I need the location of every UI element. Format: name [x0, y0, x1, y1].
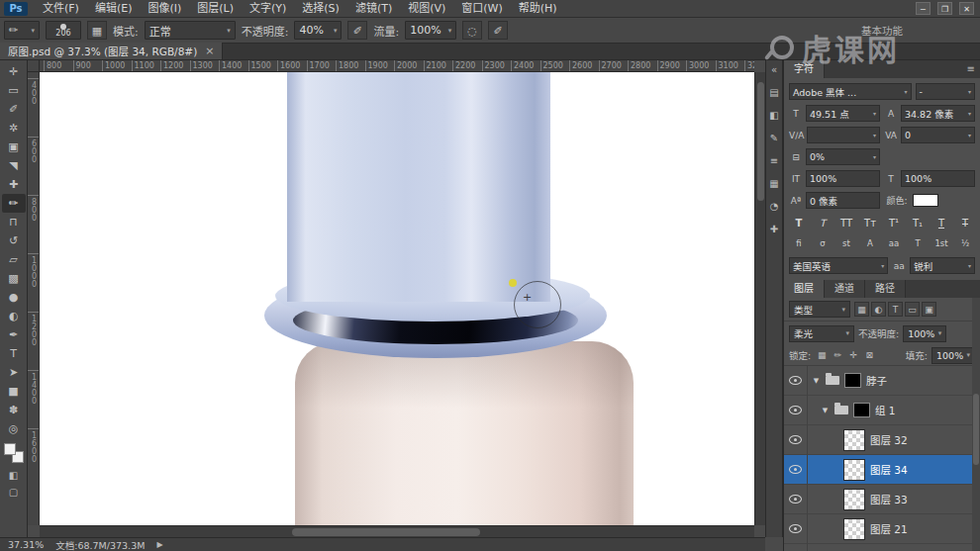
visibility-toggle[interactable] — [784, 485, 808, 514]
layer-name[interactable]: 脖子 — [866, 373, 887, 388]
layer-row[interactable]: ▼ 脖子 — [784, 366, 980, 396]
menu-item[interactable]: 帮助(H) — [511, 0, 565, 18]
expand-arrow-icon[interactable]: ▼ — [821, 407, 830, 414]
text-style-button[interactable]: T — [813, 214, 833, 230]
opentype-feature-button[interactable]: 1st — [931, 236, 951, 251]
tool-gradient[interactable]: ▩ — [2, 269, 26, 288]
antialias-select[interactable]: 锐利 ▾ — [910, 257, 975, 274]
scrollbar-thumb[interactable] — [292, 528, 480, 536]
pressure-opacity-button[interactable]: ✐ — [347, 21, 367, 40]
tool-zoom[interactable]: ◎ — [2, 419, 26, 438]
toggle-brush-panel-button[interactable]: ▦ — [87, 21, 107, 40]
maximize-icon[interactable]: ❐ — [937, 2, 952, 15]
quick-mask-button[interactable]: ◧ — [2, 467, 26, 484]
horizontal-scale-field[interactable]: 100% — [901, 170, 975, 187]
text-style-button[interactable]: T — [955, 214, 975, 230]
layer-fill-select[interactable]: 100% ▾ — [931, 347, 975, 364]
tool-quick-selection[interactable]: ✲ — [2, 119, 26, 138]
text-style-button[interactable]: TT — [836, 214, 856, 230]
color-swatches[interactable] — [4, 443, 24, 463]
lock-transparency-icon[interactable]: ▦ — [815, 348, 829, 362]
opentype-feature-button[interactable]: ½ — [955, 236, 975, 251]
panel-dock-icon-1[interactable]: ▤ — [766, 86, 782, 100]
filter-pixel-layers-icon[interactable]: ▦ — [854, 302, 869, 317]
menu-item[interactable]: 编辑(E) — [87, 0, 141, 18]
visibility-toggle[interactable] — [784, 425, 808, 455]
menu-item[interactable]: 图像(I) — [140, 0, 189, 18]
baseline-shift-field[interactable]: 0 像素 — [806, 192, 880, 209]
airbrush-button[interactable]: ◌ — [462, 21, 482, 40]
tool-history-brush[interactable]: ↺ — [2, 231, 26, 250]
language-select[interactable]: 美国英语 ▾ — [789, 257, 888, 274]
menu-item[interactable]: 文字(Y) — [242, 0, 294, 18]
layers-panel-tab[interactable]: 通道 — [825, 280, 865, 298]
canvas-vertical-scrollbar[interactable] — [754, 72, 765, 525]
layer-thumbnail[interactable] — [844, 373, 861, 388]
tool-crop[interactable]: ▣ — [2, 138, 26, 156]
opacity-select[interactable]: 40% ▾ — [294, 21, 342, 40]
menu-item[interactable]: 视图(V) — [400, 0, 453, 18]
layer-name[interactable]: 图层 34 — [870, 462, 908, 477]
filter-smart-objects-icon[interactable]: ▣ — [922, 302, 936, 317]
layer-row[interactable]: 图层 33 — [784, 485, 980, 514]
visibility-toggle[interactable] — [784, 514, 808, 544]
tool-brush[interactable]: ✏ — [2, 194, 26, 213]
text-style-button[interactable]: Tт — [860, 214, 880, 230]
font-family-select[interactable]: Adobe 黑体 ... ▾ — [789, 83, 912, 100]
text-style-button[interactable]: T — [789, 214, 809, 230]
layer-row[interactable]: 图层 21 — [784, 514, 980, 544]
scrollbar-thumb[interactable] — [757, 82, 764, 201]
tool-preset-picker[interactable]: ✏ ▾ — [4, 21, 40, 40]
panel-dock-icon-5[interactable]: ▦ — [766, 177, 782, 191]
layer-row[interactable]: 图层 32 — [784, 425, 980, 455]
vertical-scale-field[interactable]: 100% — [806, 170, 880, 187]
tool-eyedropper[interactable]: ◥ — [2, 156, 26, 175]
layer-name[interactable]: 组 1 — [875, 403, 896, 417]
layers-panel-tab[interactable]: 路径 — [865, 280, 906, 298]
menu-item[interactable]: 文件(F) — [35, 0, 87, 18]
opentype-feature-button[interactable]: σ — [813, 236, 833, 251]
tracking-select[interactable]: 0 ▾ — [901, 127, 975, 143]
lock-position-icon[interactable]: ✛ — [846, 348, 860, 362]
screen-mode-button[interactable]: ▢ — [2, 484, 26, 501]
tool-pen[interactable]: ✒ — [2, 325, 26, 344]
zoom-field[interactable]: 37.31% — [8, 539, 44, 550]
horizontal-ruler[interactable]: 8009001000110012001300140015001600170018… — [40, 60, 754, 72]
tool-shape[interactable]: ■ — [2, 382, 26, 401]
panel-dock-icon-7[interactable]: ✚ — [766, 223, 782, 236]
layers-panel-tab[interactable]: 图层 — [784, 280, 825, 298]
foreground-color-swatch[interactable] — [4, 443, 16, 455]
font-style-select[interactable]: - ▾ — [916, 83, 976, 100]
tool-hand[interactable]: ✽ — [2, 401, 26, 419]
canvas-horizontal-scrollbar[interactable] — [40, 525, 754, 537]
flow-select[interactable]: 100% ▾ — [405, 21, 456, 40]
opentype-feature-button[interactable]: aa — [884, 236, 904, 251]
expand-arrow-icon[interactable]: ▼ — [812, 377, 821, 385]
filter-type-layers-icon[interactable]: T — [888, 302, 903, 317]
tool-marquee[interactable]: ▭ — [2, 81, 26, 100]
tool-blur[interactable]: ● — [2, 288, 26, 307]
layer-row[interactable]: 图层 34 — [784, 455, 980, 485]
layer-name[interactable]: 图层 33 — [870, 492, 908, 506]
opentype-feature-button[interactable]: A — [860, 236, 880, 251]
layer-row[interactable]: ▶ 组 2 — [784, 544, 980, 551]
tool-dodge[interactable]: ◐ — [2, 307, 26, 325]
layer-thumbnail[interactable] — [843, 459, 865, 481]
canvas[interactable]: + — [40, 72, 754, 525]
menu-item[interactable]: 滤镜(T) — [347, 0, 400, 18]
layer-thumbnail[interactable] — [843, 518, 865, 540]
tool-lasso[interactable]: ✐ — [2, 100, 26, 119]
menu-item[interactable]: 选择(S) — [294, 0, 347, 18]
minimize-icon[interactable]: ─ — [916, 2, 931, 15]
kerning-select[interactable]: ▾ — [807, 127, 880, 143]
opentype-feature-button[interactable]: fi — [789, 236, 809, 251]
vertical-ruler[interactable]: 4006008001000120014001600 — [28, 72, 40, 525]
tool-healing-brush[interactable]: ✚ — [2, 175, 26, 194]
tab-character[interactable]: 字符 — [784, 60, 825, 78]
status-options-arrow-icon[interactable]: ▶ — [156, 540, 162, 549]
visibility-toggle[interactable] — [784, 455, 808, 485]
menu-item[interactable]: 窗口(W) — [453, 0, 510, 18]
blend-mode-select[interactable]: 正常 ▾ — [145, 21, 236, 40]
filter-adjustment-layers-icon[interactable]: ◐ — [871, 302, 886, 317]
layer-thumbnail[interactable] — [843, 429, 865, 451]
